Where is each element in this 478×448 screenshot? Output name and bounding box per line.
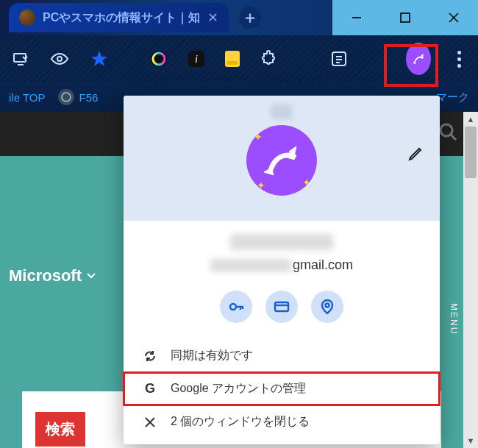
window-maximize-button[interactable] [381, 0, 429, 35]
search-icon[interactable] [438, 122, 457, 144]
scroll-thumb[interactable] [465, 127, 477, 178]
svg-point-19 [290, 154, 293, 157]
window-close-button[interactable] [429, 0, 478, 35]
svg-line-18 [451, 135, 456, 140]
manage-account-label: Google アカウントの管理 [171, 381, 306, 397]
new-tab-button[interactable]: ＋ [239, 7, 261, 29]
profile-user-info: gmail.com [124, 221, 440, 280]
profile-email: gmail.com [124, 257, 440, 273]
bookmark-link[interactable]: F56 [58, 89, 98, 105]
svg-marker-6 [91, 51, 107, 66]
search-button[interactable]: 検索 [35, 412, 85, 447]
scroll-down-icon[interactable]: ▼ [463, 433, 478, 448]
extension-rainbow-icon[interactable] [150, 49, 168, 68]
svg-rect-12 [227, 61, 238, 65]
annotation-profile-highlight [384, 44, 438, 87]
edit-profile-icon[interactable] [407, 146, 424, 165]
bookmark-link[interactable]: マーク [436, 90, 469, 104]
svg-point-20 [230, 304, 236, 310]
close-windows-label: 2 個のウィンドウを閉じる [171, 414, 310, 430]
sync-status-label: 同期は有効です [171, 348, 253, 363]
bookmark-label: ile TOP [9, 91, 45, 104]
svg-point-26 [326, 304, 329, 307]
window-controls [332, 0, 478, 35]
install-app-icon[interactable] [12, 49, 29, 68]
page-scrollbar[interactable]: ▲ ▼ [463, 112, 478, 448]
menu-vertical-label: MENU [449, 303, 459, 335]
bookmark-star-icon[interactable] [90, 49, 109, 68]
svg-rect-24 [275, 302, 288, 311]
tab-title: PCやスマホの情報サイト｜知 [43, 10, 200, 26]
extension-note-icon[interactable] [225, 49, 240, 68]
bookmark-label: F56 [79, 91, 98, 104]
window-minimize-button[interactable] [332, 0, 381, 35]
close-icon [143, 417, 157, 427]
tab-favicon [19, 10, 35, 26]
close-windows-row[interactable]: 2 個のウィンドウを閉じる [124, 405, 440, 438]
svg-point-17 [440, 124, 452, 136]
passwords-chip[interactable] [220, 291, 252, 323]
browser-tab[interactable]: PCやスマホの情報サイト｜知 ✕ [9, 3, 229, 32]
microsoft-dropdown[interactable]: Microsoft [9, 266, 96, 285]
kebab-menu-icon[interactable] [452, 49, 466, 68]
profile-avatar-large: ✦ ✦ ✦ [246, 125, 317, 196]
bookmark-link[interactable]: ile TOP [9, 91, 45, 104]
bookmark-label: マーク [436, 90, 469, 104]
profile-display-name-redacted [230, 234, 333, 250]
email-local-redacted [210, 259, 291, 272]
svg-text:i: i [195, 54, 198, 65]
profile-header: ✦ ✦ ✦ [124, 96, 440, 221]
svg-rect-1 [401, 13, 410, 22]
extensions-puzzle-icon[interactable] [260, 49, 278, 68]
globe-icon [58, 89, 74, 105]
profile-menu-popup: ✦ ✦ ✦ gmail.com 同期は有効です G Google アカウントの管… [124, 96, 440, 444]
sync-status-row[interactable]: 同期は有効です [124, 339, 440, 372]
profile-shortcut-chips [124, 291, 440, 323]
tab-close-icon[interactable]: ✕ [207, 10, 218, 26]
extension-info-icon[interactable]: i [188, 49, 204, 68]
sync-icon [143, 349, 157, 363]
scroll-up-icon[interactable]: ▲ [463, 112, 478, 127]
google-g-icon: G [143, 381, 157, 397]
manage-google-account-row[interactable]: G Google アカウントの管理 [124, 372, 440, 405]
eye-icon[interactable] [50, 49, 69, 68]
svg-point-5 [57, 57, 62, 61]
payments-chip[interactable] [265, 291, 298, 323]
reading-list-icon[interactable] [330, 49, 348, 68]
profile-short-name-redacted [271, 104, 292, 119]
addresses-chip[interactable] [311, 291, 343, 323]
